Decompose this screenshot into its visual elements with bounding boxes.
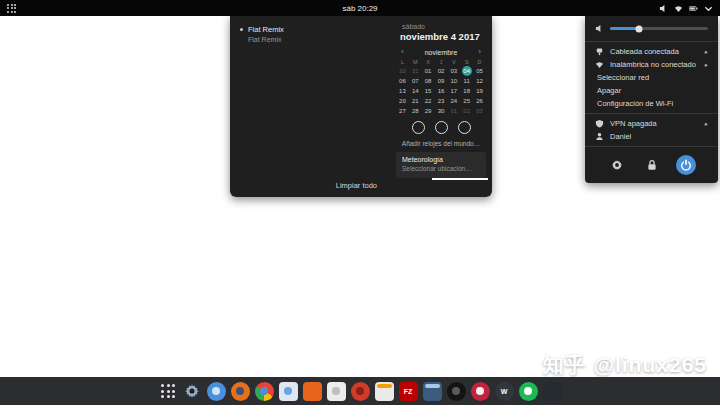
date-full: noviembre 4 2017 — [400, 31, 488, 42]
dock-filezilla[interactable]: FZ — [399, 382, 418, 401]
calendar-day[interactable]: 24 — [447, 96, 460, 106]
calendar-day[interactable]: 05 — [473, 66, 486, 76]
menu-item-cableada-conectada[interactable]: Cableada conectada▸ — [585, 45, 718, 58]
dock-settings[interactable] — [183, 382, 202, 401]
clock[interactable]: sáb 20:29 — [342, 4, 377, 13]
top-bar: sáb 20:29 — [0, 0, 720, 16]
dock-terminal[interactable] — [423, 382, 442, 401]
menu-item-label: Cableada conectada — [610, 47, 679, 56]
icon-glyph: W — [501, 388, 508, 395]
calendar-ring-icon[interactable] — [458, 121, 471, 134]
weekday-header-row: LMXJVSD — [396, 59, 486, 65]
weather-loading-bar — [432, 178, 488, 180]
calendar-circle-row — [394, 121, 488, 134]
calendar-day[interactable]: 29 — [422, 106, 435, 116]
calendar-day[interactable]: 25 — [460, 96, 473, 106]
weather-section[interactable]: Meteorología Seleccionar ubicación… — [396, 152, 486, 178]
calendar-day[interactable]: 18 — [460, 86, 473, 96]
calendar-day[interactable]: 14 — [409, 86, 422, 96]
calendar-day[interactable]: 19 — [473, 86, 486, 96]
calendar-ring-icon[interactable] — [412, 121, 425, 134]
dock-camera[interactable] — [447, 382, 466, 401]
dock-files[interactable] — [279, 382, 298, 401]
calendar-day[interactable]: 06 — [396, 76, 409, 86]
dock-chromium[interactable] — [207, 382, 226, 401]
icon-glyph: FZ — [404, 388, 413, 395]
calendar-day[interactable]: 07 — [409, 76, 422, 86]
menu-item-seleccionar-red[interactable]: Seleccionar red — [585, 71, 718, 84]
calendar-day[interactable]: 02 — [460, 106, 473, 116]
dock-text-editor[interactable] — [375, 382, 394, 401]
system-status-area[interactable] — [659, 4, 713, 13]
icon-center — [236, 387, 244, 395]
power-icon — [680, 159, 692, 171]
calendar-day[interactable]: 21 — [409, 96, 422, 106]
notification-list: Flat Remix Flat Remix Limpiar todo — [230, 16, 390, 197]
calendar-day[interactable]: 03 — [473, 106, 486, 116]
menu-item-inalambrica-no-conectado[interactable]: Inalámbrica no conectado▸ — [585, 58, 718, 71]
calendar-day[interactable]: 03 — [447, 66, 460, 76]
menu-item-vpn-apagada[interactable]: VPN apagada▸ — [585, 117, 718, 130]
calendar-day[interactable]: 27 — [396, 106, 409, 116]
next-month-button[interactable]: › — [478, 48, 481, 56]
calendar-day[interactable]: 30 — [435, 106, 448, 116]
clear-all-button[interactable]: Limpiar todo — [336, 181, 377, 190]
prev-month-button[interactable]: ‹ — [401, 48, 404, 56]
menu-item-apagar[interactable]: Apagar — [585, 84, 718, 97]
calendar-day[interactable]: 09 — [435, 76, 448, 86]
menu-item-label: Daniel — [610, 132, 631, 141]
separator — [585, 146, 718, 147]
dock-documents[interactable] — [327, 382, 346, 401]
add-world-clocks-button[interactable]: Añadir relojes del mundo… — [394, 140, 488, 147]
dock-firefox[interactable] — [231, 382, 250, 401]
dock-red-app[interactable] — [351, 382, 370, 401]
calendar-day[interactable]: 23 — [435, 96, 448, 106]
submenu-arrow-icon: ▸ — [705, 48, 708, 56]
calendar-day[interactable]: 04 — [462, 66, 472, 76]
notification-item[interactable]: Flat Remix Flat Remix — [240, 25, 380, 43]
calendar-day[interactable]: 15 — [422, 86, 435, 96]
calendar-day[interactable]: 22 — [422, 96, 435, 106]
icon-center — [452, 387, 460, 395]
volume-slider-row — [585, 21, 718, 38]
dock-spotify[interactable] — [519, 382, 538, 401]
menu-item-configuracion-de-wi-fi[interactable]: Configuración de Wi-Fi — [585, 97, 718, 110]
calendar-day[interactable]: 16 — [435, 86, 448, 96]
dock-show-apps[interactable] — [159, 382, 178, 401]
dock: FZW — [0, 377, 720, 405]
menu-item-daniel[interactable]: Daniel — [585, 130, 718, 143]
dock-dark-app[interactable] — [543, 382, 562, 401]
calendar-day[interactable]: 28 — [409, 106, 422, 116]
calendar-day[interactable]: 01 — [447, 106, 460, 116]
calendar-day[interactable]: 13 — [396, 86, 409, 96]
weather-select-location: Seleccionar ubicación… — [402, 165, 480, 172]
power-button[interactable] — [676, 155, 696, 175]
settings-button[interactable] — [607, 155, 627, 175]
dock-wine[interactable]: W — [495, 382, 514, 401]
calendar-day[interactable]: 10 — [447, 76, 460, 86]
dock-media-player[interactable] — [471, 382, 490, 401]
calendar-day[interactable]: 08 — [422, 76, 435, 86]
calendar-day[interactable]: 31 — [409, 66, 422, 76]
calendar-day[interactable]: 11 — [460, 76, 473, 86]
icon-center — [332, 387, 340, 395]
watermark: 知乎 @linux265 — [543, 351, 707, 379]
calendar-day[interactable]: 12 — [473, 76, 486, 86]
dock-chrome[interactable] — [255, 382, 274, 401]
calendar-ring-icon[interactable] — [435, 121, 448, 134]
volume-slider[interactable] — [610, 27, 708, 30]
dock-orange-app[interactable] — [303, 382, 322, 401]
menu-item-label: Apagar — [597, 86, 621, 95]
lock-button[interactable] — [642, 155, 662, 175]
activities-button[interactable] — [7, 0, 16, 16]
calendar-day[interactable]: 02 — [435, 66, 448, 76]
calendar-day[interactable]: 17 — [447, 86, 460, 96]
network-icon — [674, 4, 683, 13]
calendar-day[interactable]: 30 — [396, 66, 409, 76]
calendar-day[interactable]: 20 — [396, 96, 409, 106]
calendar-day[interactable]: 01 — [422, 66, 435, 76]
submenu-arrow-icon: ▸ — [705, 120, 708, 128]
calendar-day[interactable]: 26 — [473, 96, 486, 106]
icon-center — [212, 387, 220, 395]
volume-slider-knob[interactable] — [636, 25, 643, 32]
